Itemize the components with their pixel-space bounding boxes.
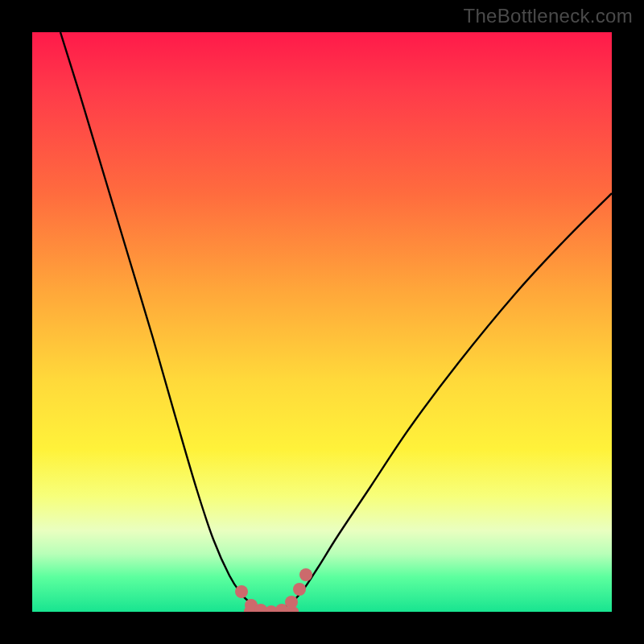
valley-marker-dot (235, 585, 248, 598)
curve-canvas (32, 32, 612, 612)
chart-frame: TheBottleneck.com (0, 0, 644, 644)
valley-marker-dot (299, 568, 312, 581)
watermark-text: TheBottleneck.com (463, 5, 633, 27)
valley-marker-dot (293, 583, 306, 596)
plot-area (32, 32, 612, 612)
right-curve (279, 193, 612, 610)
valley-markers (235, 568, 312, 612)
left-curve (60, 32, 264, 610)
valley-marker-dot (285, 596, 298, 609)
